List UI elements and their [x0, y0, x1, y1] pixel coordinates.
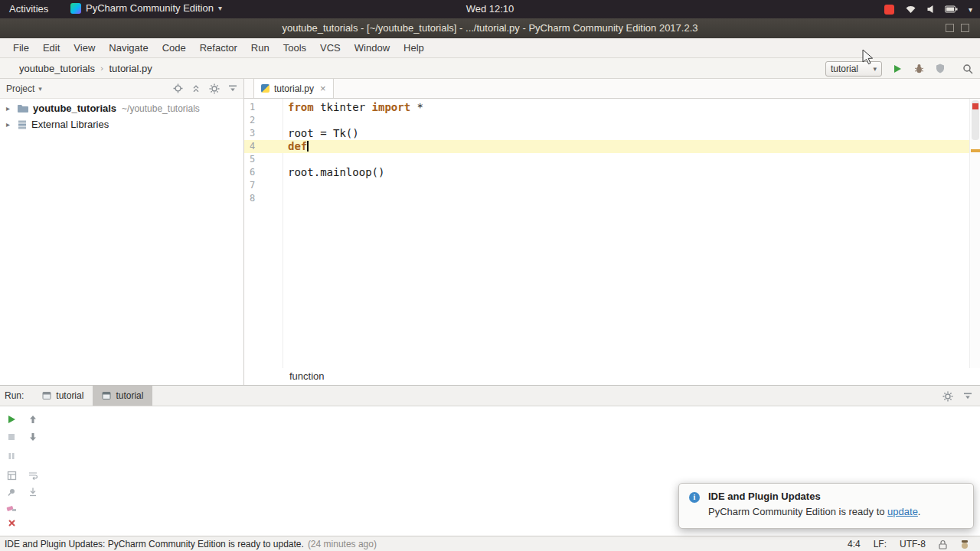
code-line-1[interactable]: 1from tkinter import *	[244, 101, 969, 114]
line-number: 2	[244, 114, 288, 127]
pin-button[interactable]	[5, 485, 18, 499]
tab-label: tutorial.py	[274, 83, 314, 94]
soft-wrap-button[interactable]	[26, 468, 40, 482]
notification-title: IDE and Plugin Updates	[708, 491, 962, 502]
info-icon: i	[689, 492, 700, 503]
notification-suffix: .	[918, 506, 921, 517]
restore-layout-button[interactable]	[5, 468, 18, 482]
inspections-icon[interactable]	[960, 540, 969, 549]
code-line-8[interactable]: 8	[244, 192, 969, 205]
run-tab-label: tutorial	[116, 390, 143, 401]
scroll-to-end-button[interactable]	[26, 485, 40, 499]
line-separator[interactable]: LF:	[874, 539, 887, 549]
file-encoding[interactable]: UTF-8	[900, 539, 926, 549]
tree-expand-icon[interactable]: ▸	[6, 104, 15, 112]
chevron-down-icon: ▾	[218, 4, 222, 12]
system-tray[interactable]: ▾	[884, 0, 972, 18]
code-line-2[interactable]: 2	[244, 114, 969, 127]
tab-tutorial-py[interactable]: tutorial.py ×	[253, 79, 334, 98]
coverage-button[interactable]	[934, 62, 946, 76]
maximize-button[interactable]	[961, 24, 969, 32]
line-number: 5	[244, 153, 288, 166]
run-tab-label: tutorial	[56, 390, 83, 401]
tree-expand-icon[interactable]: ▸	[6, 120, 15, 129]
tree-item-external-libraries[interactable]: ▸ External Libraries	[0, 116, 243, 132]
screen: Activities PyCharm Community Edition ▾ W…	[0, 0, 980, 551]
clear-all-button[interactable]	[5, 501, 18, 515]
menu-item-tools[interactable]: Tools	[276, 39, 313, 57]
menu-item-run[interactable]: Run	[244, 39, 276, 57]
battery-icon	[945, 5, 958, 13]
clock[interactable]: Wed 12:10	[466, 3, 514, 15]
menu-item-navigate[interactable]: Navigate	[102, 39, 155, 57]
code-line-5[interactable]: 5	[244, 153, 969, 166]
code-line-7[interactable]: 7	[244, 179, 969, 192]
breadcrumb-chevron-icon: ›	[100, 64, 103, 73]
text-caret	[307, 141, 309, 152]
breadcrumb-project[interactable]: youtube_tutorials	[19, 63, 95, 74]
window-title-bar[interactable]: youtube_tutorials - [~/youtube_tutorials…	[0, 18, 980, 38]
project-panel: Project ▾	[0, 79, 244, 385]
menu-item-help[interactable]: Help	[397, 39, 431, 57]
line-number: 1	[244, 101, 288, 114]
breadcrumb-file[interactable]: tutorial.py	[109, 63, 152, 74]
code-text: root = Tk()	[288, 127, 359, 140]
activities-button[interactable]: Activities	[9, 3, 48, 15]
code-line-3[interactable]: 3root = Tk()	[244, 127, 969, 140]
run-config-label: tutorial	[831, 64, 858, 74]
mouse-cursor	[862, 49, 874, 68]
close-icon[interactable]	[5, 516, 18, 530]
navigation-bar: youtube_tutorials › tutorial.py tutorial…	[0, 58, 980, 79]
locate-button[interactable]	[173, 83, 183, 93]
hide-panel-button[interactable]	[228, 84, 237, 93]
breadcrumb-function[interactable]: function	[289, 370, 325, 382]
up-stack-trace-button[interactable]	[26, 412, 40, 426]
editor-breadcrumbs[interactable]: function	[244, 368, 969, 385]
menu-item-code[interactable]: Code	[155, 39, 193, 57]
gear-icon[interactable]	[209, 83, 220, 94]
run-label: Run:	[0, 390, 33, 401]
menu-bar: File Edit View Navigate Code Refactor Ru…	[0, 38, 980, 58]
run-header: Run: tutorial tutorial	[0, 386, 980, 406]
tree-item-project-root[interactable]: ▸ youtube_tutorials ~/youtube_tutorials	[0, 100, 243, 116]
line-number: 4	[244, 140, 288, 153]
run-tab-1[interactable]: tutorial	[33, 386, 93, 406]
search-everywhere-button[interactable]	[962, 62, 974, 76]
debug-icon[interactable]	[913, 62, 925, 76]
menu-item-window[interactable]: Window	[348, 39, 397, 57]
run-button[interactable]	[891, 62, 903, 76]
app-menu-label: PyCharm Community Edition	[86, 2, 214, 14]
menu-item-view[interactable]: View	[67, 39, 102, 57]
code-area[interactable]: 1from tkinter import *23root = Tk()4def5…	[244, 99, 969, 368]
project-view-select[interactable]: Project	[6, 83, 34, 94]
close-icon[interactable]: ×	[320, 83, 326, 94]
editor-tab-bar: tutorial.py ×	[244, 79, 980, 99]
collapse-all-button[interactable]	[191, 84, 201, 93]
chevron-down-icon: ▾	[38, 85, 42, 93]
scrollbar-error-stripe[interactable]	[969, 99, 980, 368]
tree-item-label: External Libraries	[31, 119, 109, 130]
caret-position[interactable]: 4:4	[848, 539, 861, 549]
app-menu[interactable]: PyCharm Community Edition ▾	[70, 2, 222, 14]
hide-panel-button[interactable]	[963, 392, 972, 401]
rerun-button[interactable]	[5, 412, 18, 426]
gear-icon[interactable]	[942, 391, 953, 402]
status-message[interactable]: IDE and Plugin Updates: PyCharm Communit…	[5, 539, 304, 549]
status-timestamp: (24 minutes ago)	[308, 539, 377, 549]
update-link[interactable]: update	[887, 506, 918, 517]
menu-item-refactor[interactable]: Refactor	[193, 39, 244, 57]
run-tab-2[interactable]: tutorial	[93, 386, 152, 406]
menu-item-vcs[interactable]: VCS	[313, 39, 348, 57]
down-stack-trace-button[interactable]	[26, 430, 40, 444]
code-line-4[interactable]: 4def	[244, 140, 969, 153]
libraries-icon	[17, 119, 28, 130]
menu-item-edit[interactable]: Edit	[36, 39, 67, 57]
status-bar: IDE and Plugin Updates: PyCharm Communit…	[0, 536, 980, 551]
minimize-button[interactable]	[946, 24, 954, 32]
editor-area: tutorial.py × 1from tkinter import *23ro…	[244, 79, 980, 385]
code-line-6[interactable]: 6root.mainloop()	[244, 166, 969, 179]
menu-item-file[interactable]: File	[6, 39, 36, 57]
lock-icon[interactable]	[939, 540, 947, 549]
pause-button[interactable]	[5, 449, 18, 463]
stop-button[interactable]	[5, 430, 18, 444]
